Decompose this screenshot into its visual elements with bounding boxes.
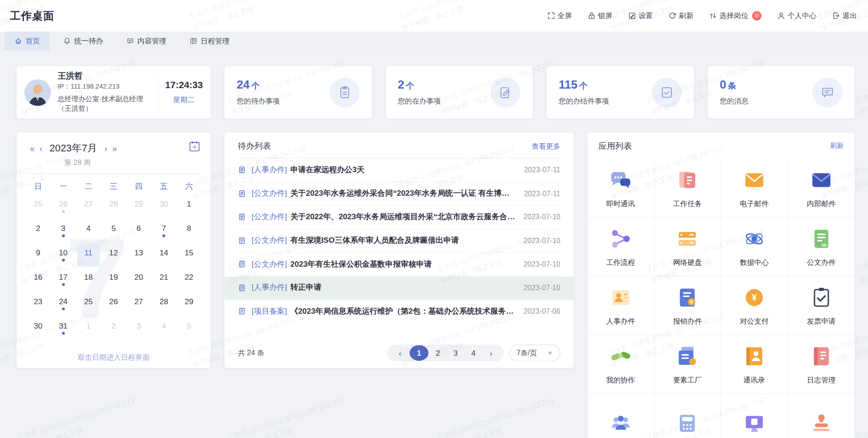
- header-menu-item-switch-post[interactable]: 选择岗位0: [709, 11, 761, 21]
- app-工作任务[interactable]: 工作任务: [654, 159, 721, 218]
- stat-card-您的消息[interactable]: 0条您的消息: [708, 66, 855, 118]
- calendar-day[interactable]: 6: [127, 219, 150, 242]
- calendar-day[interactable]: 19: [102, 268, 125, 291]
- calendar-day[interactable]: 9: [27, 243, 50, 266]
- app-我的协作[interactable]: 我的协作: [588, 335, 655, 394]
- page-button[interactable]: 4: [465, 346, 482, 359]
- calendar-day[interactable]: 16: [27, 268, 50, 291]
- tab-日程管理[interactable]: 日程管理: [179, 32, 239, 51]
- todo-page-size-select[interactable]: 7条/页 ▼: [509, 345, 561, 362]
- header-menu-item-logout[interactable]: 退出: [832, 11, 857, 21]
- calendar-day[interactable]: 8: [178, 219, 201, 242]
- app-list-refresh-link[interactable]: 刷新: [830, 141, 844, 151]
- calendar-day[interactable]: 4: [152, 316, 175, 339]
- calendar-day[interactable]: 4: [77, 219, 100, 242]
- calendar-day[interactable]: 5: [102, 219, 125, 242]
- app-要素工厂[interactable]: 要素工厂: [654, 335, 721, 394]
- page-button-active[interactable]: 1: [410, 345, 429, 361]
- app-发票申请[interactable]: 发票申请: [788, 277, 855, 335]
- todo-item[interactable]: [公文办件]关于2022年、2023年水务局运维项目外采“北京市政务云服务合同（…: [238, 206, 561, 229]
- app-stamp[interactable]: [788, 394, 855, 438]
- page-button[interactable]: 3: [447, 346, 464, 359]
- next-month-button[interactable]: ›: [104, 144, 107, 152]
- calendar-day[interactable]: 10: [52, 243, 75, 266]
- calendar-day[interactable]: 3: [52, 219, 75, 242]
- todo-item[interactable]: [公文办件]2023年有生社保公积金基数申报审核申请2023-07-10: [238, 253, 561, 276]
- calendar-day[interactable]: 27: [127, 292, 150, 315]
- calendar-day[interactable]: 1: [77, 316, 100, 339]
- todo-item[interactable]: [公文办件]关于2023年水务运维外采合同“2023年水务局统一认证 有生博大V…: [238, 182, 561, 206]
- app-公文办件[interactable]: 公文办件: [788, 218, 855, 277]
- page-button[interactable]: 2: [429, 346, 446, 359]
- calendar-day[interactable]: 5: [178, 316, 201, 339]
- app-电子邮件[interactable]: 电子邮件: [721, 159, 788, 218]
- todo-item[interactable]: [公文办件]有生深境ISO三体系年审人员配合及牌匾借出申请2023-07-10: [238, 229, 561, 253]
- calendar-day[interactable]: 7: [152, 219, 175, 242]
- app-team[interactable]: [588, 394, 655, 438]
- calendar-day[interactable]: 25: [77, 292, 100, 315]
- calendar-day[interactable]: 28: [102, 194, 125, 217]
- calendar-day[interactable]: 2: [102, 316, 125, 339]
- app-日志管理[interactable]: 日志管理: [788, 335, 855, 394]
- calendar-day[interactable]: 1: [178, 194, 201, 217]
- tab-首页[interactable]: 首页: [5, 32, 50, 51]
- app-即时通讯[interactable]: 即时通讯: [588, 159, 655, 218]
- calendar-day[interactable]: 26: [52, 194, 75, 217]
- app-通讯录[interactable]: 通讯录: [721, 335, 788, 394]
- calendar-day[interactable]: 12: [102, 243, 125, 266]
- calendar-day[interactable]: 31: [52, 316, 75, 339]
- app-报销办件[interactable]: ¥报销办件: [654, 277, 721, 335]
- tab-统一待办[interactable]: 统一待办: [53, 32, 113, 51]
- prev-page-button[interactable]: ‹: [392, 346, 409, 359]
- stat-card-您的办结件事项[interactable]: 115个您的办结件事项: [547, 66, 694, 118]
- calendar-day[interactable]: 3: [127, 316, 150, 339]
- calendar-day[interactable]: 18: [77, 268, 100, 291]
- header-menu-item-settings[interactable]: 设置: [628, 11, 653, 21]
- header-menu-item-fullscreen[interactable]: 全屏: [547, 11, 572, 21]
- app-人事办件[interactable]: 人事办件: [588, 277, 655, 335]
- app-calc[interactable]: [654, 394, 721, 438]
- calendar-day[interactable]: 29: [178, 292, 201, 315]
- calendar-day[interactable]: 17: [52, 268, 75, 291]
- calendar-day[interactable]: 21: [152, 268, 175, 291]
- todo-item[interactable]: [人事办件]转正申请2023-07-10: [225, 276, 574, 300]
- app-内部邮件[interactable]: 内部邮件: [788, 159, 855, 218]
- prev-year-button[interactable]: «: [30, 144, 34, 152]
- header-menu-item-lock[interactable]: 锁屏: [588, 11, 613, 21]
- todo-item[interactable]: [项目备案]《2023年局信息系统运行维护（第2包：基础办公系统技术服务）》20…: [238, 300, 561, 323]
- calendar-day[interactable]: 29: [127, 194, 150, 217]
- stat-card-您的在办事项[interactable]: 2个您的在办事项: [386, 66, 533, 118]
- view-more-link[interactable]: 查看更多: [532, 141, 561, 151]
- calendar-day[interactable]: 24: [52, 292, 75, 315]
- calendar-day[interactable]: 26: [102, 292, 125, 315]
- calendar-day[interactable]: 25: [27, 194, 50, 217]
- prev-month-button[interactable]: ‹: [39, 144, 42, 152]
- calendar-day[interactable]: 27: [77, 194, 100, 217]
- app-网络硬盘[interactable]: 网络硬盘: [654, 218, 721, 277]
- app-数据中心[interactable]: 数据中心: [721, 218, 788, 277]
- calendar-day[interactable]: 22: [178, 268, 201, 291]
- app-monitor[interactable]: [721, 394, 788, 438]
- tab-内容管理[interactable]: 内容管理: [116, 32, 176, 51]
- calendar-day[interactable]: 20: [127, 268, 150, 291]
- header-menu-item-user[interactable]: 个人中心: [777, 11, 816, 21]
- next-page-button[interactable]: ›: [483, 346, 500, 359]
- calendar-day-selected[interactable]: 11: [77, 243, 100, 266]
- calendar-day[interactable]: 28: [152, 292, 175, 315]
- calendar-day-cell: 20: [126, 267, 151, 292]
- calendar-day[interactable]: 13: [127, 243, 150, 266]
- today-calendar-icon[interactable]: 今: [189, 140, 201, 155]
- calendar-day[interactable]: 2: [27, 219, 50, 242]
- next-year-button[interactable]: »: [112, 144, 117, 152]
- calendar-day[interactable]: 30: [152, 194, 175, 217]
- todo-item[interactable]: [人事办件]申请在家远程办公3天2023-07-11: [238, 159, 561, 182]
- calendar-day[interactable]: 15: [178, 243, 201, 266]
- calendar-day[interactable]: 23: [27, 292, 50, 315]
- work-desktop-page: 工作桌面 全屏锁屏设置刷新选择岗位0个人中心退出 首页统一待办内容管理日程管理 …: [0, 0, 868, 438]
- calendar-day[interactable]: 14: [152, 243, 175, 266]
- calendar-day[interactable]: 30: [27, 316, 50, 339]
- app-工作流程[interactable]: 工作流程: [588, 218, 655, 277]
- stat-card-您的待办事项[interactable]: 24个您的待办事项: [225, 66, 372, 118]
- app-对公支付[interactable]: ¥对公支付: [721, 277, 788, 335]
- header-menu-item-refresh[interactable]: 刷新: [669, 11, 693, 21]
